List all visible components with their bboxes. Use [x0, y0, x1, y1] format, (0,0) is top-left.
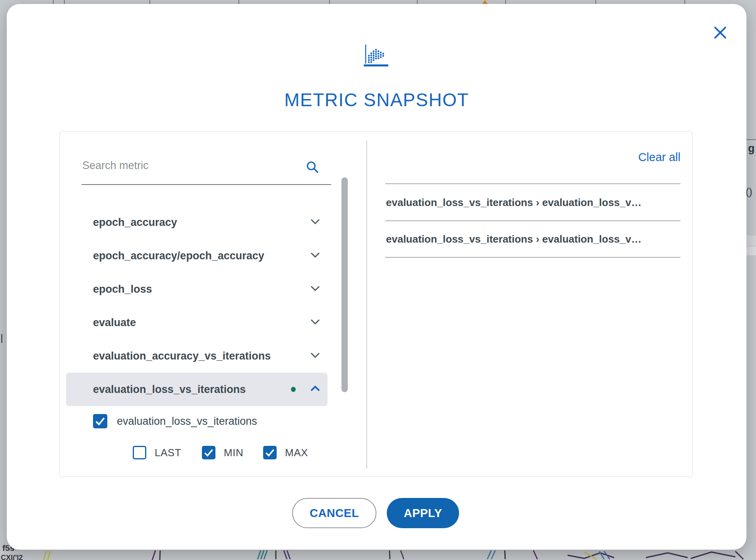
metric-item-label: epoch_accuracy/epoch_accuracy — [66, 250, 264, 262]
checkbox-checked[interactable] — [263, 446, 277, 459]
chevron-up-icon[interactable] — [310, 385, 320, 394]
metric-snapshot-dialog: METRIC SNAPSHOT epoch_accuracy epoch_acc… — [7, 4, 746, 550]
bg-column-tick — [149, 0, 150, 4]
chevron-down-icon[interactable] — [310, 285, 320, 294]
metric-item[interactable]: epoch_accuracy/epoch_accuracy — [66, 239, 328, 272]
clear-all-link[interactable]: Clear all — [385, 151, 680, 164]
chevron-down-icon[interactable] — [310, 218, 320, 227]
selected-metric-item: evaluation_loss_vs_iterations › evaluati… — [386, 194, 672, 210]
bg-chart-fragments — [0, 550, 756, 560]
bg-line-fragment — [1, 334, 2, 343]
scrollbar-thumb[interactable] — [341, 177, 348, 392]
option-max[interactable]: MAX — [263, 446, 308, 459]
metric-item[interactable]: epoch_loss — [66, 272, 328, 306]
page-title: METRIC SNAPSHOT — [7, 89, 746, 111]
bg-column-tick — [417, 0, 418, 4]
checkbox-checked[interactable] — [93, 414, 107, 428]
bg-column-tick — [64, 0, 65, 4]
close-button[interactable] — [711, 23, 730, 42]
metric-item-selected[interactable]: evaluation_loss_vs_iterations — [66, 373, 328, 406]
metric-checkbox-row[interactable]: evaluation_loss_vs_iterations — [93, 414, 257, 428]
metric-list: epoch_accuracy epoch_accuracy/epoch_accu… — [66, 206, 328, 406]
metric-checkbox-label: evaluation_loss_vs_iterations — [117, 415, 257, 428]
search-icon[interactable] — [306, 160, 319, 175]
checkbox-checked[interactable] — [202, 446, 215, 459]
search-metric-field — [81, 152, 331, 185]
checkmark-icon — [202, 446, 215, 459]
bg-column-tick — [329, 0, 330, 4]
option-min[interactable]: MIN — [202, 446, 243, 459]
selected-indicator-dot — [291, 387, 296, 392]
apply-button[interactable]: APPLY — [387, 498, 459, 528]
panel-divider — [366, 140, 367, 469]
background-text-fragment: () — [746, 186, 752, 198]
checkmark-icon — [263, 446, 277, 459]
option-last[interactable]: LAST — [133, 446, 181, 459]
metric-item[interactable]: epoch_accuracy — [66, 206, 328, 239]
background-text-fragment: g — [748, 142, 755, 155]
chevron-down-icon[interactable] — [310, 318, 320, 327]
checkbox-unchecked[interactable] — [133, 446, 146, 459]
metric-item-label: epoch_accuracy — [66, 216, 177, 229]
bg-shade — [746, 235, 756, 246]
chevron-down-icon[interactable] — [310, 352, 320, 360]
option-label: MAX — [285, 447, 308, 459]
metric-item[interactable]: evaluate — [66, 306, 328, 339]
selected-metric-item: evaluation_loss_vs_iterations › evaluati… — [386, 231, 672, 247]
cancel-button[interactable]: CANCEL — [292, 498, 376, 528]
metric-item-label: evaluation_loss_vs_iterations — [66, 383, 246, 396]
selected-metrics-panel: Clear all evaluation_loss_vs_iterations … — [385, 151, 680, 164]
bg-shade — [746, 247, 756, 255]
option-label: MIN — [224, 447, 243, 459]
bg-column-tick — [53, 0, 54, 4]
divider — [385, 257, 680, 258]
search-input[interactable] — [81, 152, 305, 172]
bg-column-tick — [595, 0, 596, 4]
close-icon — [711, 24, 729, 41]
bg-column-tick — [505, 0, 506, 4]
scatter-plot-icon — [363, 44, 391, 69]
metric-item[interactable]: evaluation_accuracy_vs_iterations — [66, 339, 328, 373]
checkmark-icon — [93, 414, 107, 428]
divider — [385, 220, 680, 221]
metric-item-label: evaluation_accuracy_vs_iterations — [66, 350, 271, 362]
metric-item-label: evaluate — [66, 317, 136, 329]
chevron-down-icon[interactable] — [310, 251, 320, 260]
divider — [385, 183, 680, 184]
bg-column-tick — [684, 0, 685, 4]
option-label: LAST — [155, 447, 181, 459]
metric-item-label: epoch_loss — [66, 283, 152, 296]
bg-column-tick — [238, 0, 239, 4]
bg-line-fragment — [746, 139, 756, 140]
metric-selection-panel: epoch_accuracy epoch_accuracy/epoch_accu… — [59, 131, 693, 477]
